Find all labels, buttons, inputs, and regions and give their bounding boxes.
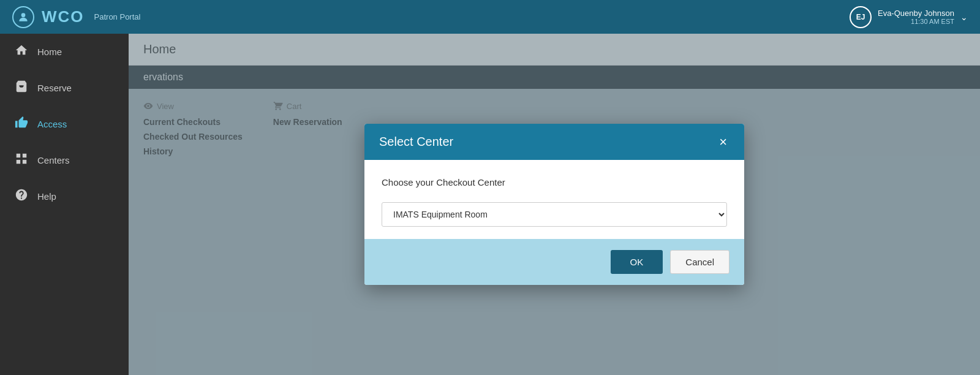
- modal-overlay: Select Center × Choose your Checkout Cen…: [129, 34, 980, 375]
- thumbsup-icon: [14, 116, 29, 132]
- user-time: 11:30 AM EST: [911, 18, 954, 25]
- navbar-left: WCO Patron Portal: [12, 6, 140, 28]
- svg-point-0: [21, 13, 26, 17]
- content-area: Home ervations View Current Checkouts Ch…: [129, 34, 980, 375]
- center-select[interactable]: IMATS Equipment Room: [382, 202, 727, 227]
- sidebar-label-home: Home: [37, 47, 62, 57]
- sidebar-item-reserve[interactable]: Reserve: [0, 70, 129, 106]
- dialog-close-button[interactable]: ×: [717, 135, 729, 149]
- navbar-right: EJ Eva-Quenby Johnson 11:30 AM EST ⌄: [850, 6, 968, 28]
- sidebar-label-centers: Centers: [37, 155, 70, 165]
- top-navbar: WCO Patron Portal EJ Eva-Quenby Johnson …: [0, 0, 980, 34]
- dialog-header: Select Center ×: [364, 124, 744, 160]
- sidebar-label-access: Access: [37, 119, 67, 129]
- dialog-footer: OK Cancel: [364, 239, 744, 285]
- sidebar: Home Reserve Access Centers Help: [0, 34, 129, 375]
- sidebar-item-centers[interactable]: Centers: [0, 142, 129, 178]
- svg-rect-1: [17, 154, 20, 157]
- svg-rect-3: [17, 160, 20, 164]
- sidebar-label-help: Help: [37, 191, 56, 202]
- chevron-down-icon[interactable]: ⌄: [960, 12, 968, 22]
- user-info: Eva-Quenby Johnson 11:30 AM EST: [878, 9, 954, 25]
- user-name: Eva-Quenby Johnson: [878, 9, 954, 18]
- sidebar-item-help[interactable]: Help: [0, 178, 129, 214]
- sidebar-item-home[interactable]: Home: [0, 34, 129, 70]
- select-center-dialog: Select Center × Choose your Checkout Cen…: [364, 124, 744, 285]
- avatar: EJ: [850, 6, 872, 28]
- dialog-body: Choose your Checkout Center IMATS Equipm…: [364, 160, 744, 239]
- grid-icon: [14, 152, 29, 169]
- dialog-prompt: Choose your Checkout Center: [382, 177, 727, 188]
- logo-user-icon: [12, 6, 34, 28]
- cart-icon: [14, 80, 29, 96]
- help-icon: [14, 188, 29, 205]
- logo-letters: WCO: [42, 7, 85, 26]
- cancel-button[interactable]: Cancel: [670, 250, 729, 274]
- svg-rect-2: [23, 154, 26, 157]
- dialog-title: Select Center: [379, 135, 453, 149]
- main-layout: Home Reserve Access Centers Help: [0, 34, 980, 375]
- svg-rect-4: [23, 160, 26, 164]
- sidebar-item-access[interactable]: Access: [0, 106, 129, 142]
- home-icon: [14, 44, 29, 60]
- sidebar-label-reserve: Reserve: [37, 83, 72, 93]
- ok-button[interactable]: OK: [611, 250, 663, 274]
- logo-subtitle: Patron Portal: [94, 12, 141, 21]
